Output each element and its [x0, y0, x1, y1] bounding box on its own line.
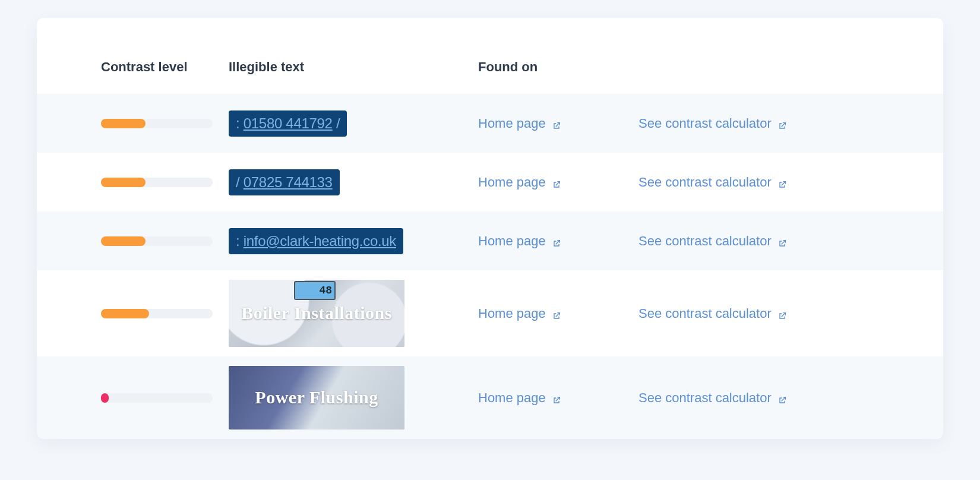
image-sample: 48 Boiler Installations — [229, 280, 404, 347]
contrast-calculator-link[interactable]: See contrast calculator — [638, 175, 787, 190]
external-link-icon — [552, 119, 561, 128]
found-on-link[interactable]: Home page — [478, 116, 561, 131]
table-row: : 01580 441792 / Home page See contrast … — [37, 94, 943, 153]
contrast-calculator-link[interactable]: See contrast calculator — [638, 233, 787, 249]
results-card: Contrast level Illegible text Found on :… — [37, 18, 943, 439]
found-on-link[interactable]: Home page — [478, 233, 561, 249]
sample-text: Power Flushing — [255, 387, 378, 408]
illegible-preview: : 01580 441792 / — [229, 110, 478, 137]
progress-track — [101, 178, 213, 187]
sample-text: 07825 744133 — [244, 174, 333, 190]
progress-track — [101, 393, 213, 403]
progress-fill — [101, 393, 109, 403]
sample-text: 01580 441792 — [244, 115, 333, 131]
sample-suffix: / — [333, 115, 340, 131]
link-label: See contrast calculator — [638, 390, 772, 406]
contrast-bar — [101, 119, 229, 128]
contrast-bar — [101, 309, 229, 318]
col-header-illegible: Illegible text — [229, 59, 478, 75]
contrast-calculator-link[interactable]: See contrast calculator — [638, 116, 787, 131]
sample-text: Boiler Installations — [241, 303, 392, 324]
text-sample-chip: : 01580 441792 / — [229, 110, 347, 137]
link-label: Home page — [478, 175, 546, 190]
external-link-icon — [777, 393, 787, 403]
link-label: Home page — [478, 306, 546, 321]
text-sample-chip: / 07825 744133 — [229, 169, 340, 195]
link-label: See contrast calculator — [638, 175, 772, 190]
progress-fill — [101, 236, 146, 246]
link-label: Home page — [478, 116, 546, 131]
table-header-row: Contrast level Illegible text Found on — [37, 59, 943, 94]
sample-prefix: : — [236, 115, 244, 131]
text-sample-chip: : info@clark-heating.co.uk — [229, 228, 403, 254]
found-on-link[interactable]: Home page — [478, 175, 561, 190]
external-link-icon — [552, 393, 561, 403]
image-sample: Power Flushing — [229, 366, 404, 430]
link-label: Home page — [478, 390, 546, 406]
sample-prefix: : — [236, 233, 244, 249]
progress-track — [101, 119, 213, 128]
external-link-icon — [777, 119, 787, 128]
sample-prefix: / — [236, 174, 244, 190]
illegible-preview: / 07825 744133 — [229, 169, 478, 195]
external-link-icon — [552, 309, 561, 318]
col-header-found-on: Found on — [478, 59, 638, 75]
sample-text: info@clark-heating.co.uk — [244, 233, 396, 249]
external-link-icon — [777, 178, 787, 187]
progress-fill — [101, 178, 146, 187]
contrast-calculator-link[interactable]: See contrast calculator — [638, 306, 787, 321]
contrast-bar — [101, 236, 229, 246]
contrast-bar — [101, 393, 229, 403]
page-container: Contrast level Illegible text Found on :… — [0, 0, 980, 439]
table-row: : info@clark-heating.co.uk Home page See… — [37, 211, 943, 270]
link-label: See contrast calculator — [638, 116, 772, 131]
table-row: 48 Boiler Installations Home page See co… — [37, 270, 943, 356]
illegible-preview: 48 Boiler Installations — [229, 280, 478, 347]
link-label: See contrast calculator — [638, 233, 772, 249]
link-label: See contrast calculator — [638, 306, 772, 321]
table-row: / 07825 744133 Home page See contrast ca… — [37, 153, 943, 211]
found-on-link[interactable]: Home page — [478, 306, 561, 321]
illegible-preview: Power Flushing — [229, 366, 478, 430]
illegible-preview: : info@clark-heating.co.uk — [229, 228, 478, 254]
progress-fill — [101, 119, 146, 128]
progress-fill — [101, 309, 149, 318]
lcd-readout: 48 — [294, 281, 336, 300]
contrast-calculator-link[interactable]: See contrast calculator — [638, 390, 787, 406]
external-link-icon — [552, 178, 561, 187]
external-link-icon — [777, 236, 787, 246]
found-on-link[interactable]: Home page — [478, 390, 561, 406]
progress-track — [101, 236, 213, 246]
external-link-icon — [552, 236, 561, 246]
contrast-bar — [101, 178, 229, 187]
external-link-icon — [777, 309, 787, 318]
progress-track — [101, 309, 213, 318]
link-label: Home page — [478, 233, 546, 249]
col-header-contrast: Contrast level — [101, 59, 229, 75]
table-row: Power Flushing Home page See contrast ca… — [37, 356, 943, 439]
